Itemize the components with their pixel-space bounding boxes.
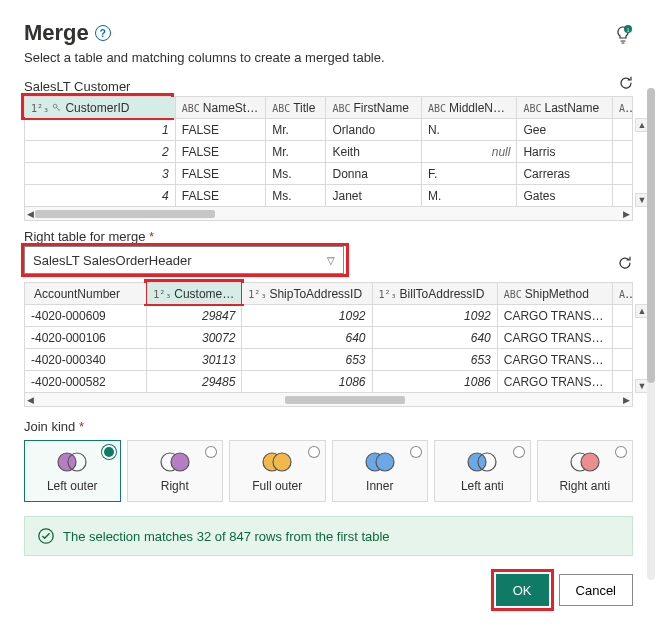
check-icon: [37, 527, 55, 545]
col-more2[interactable]: ABC: [612, 283, 632, 305]
join-label: Right anti: [559, 479, 610, 493]
col-accountnumber[interactable]: AccountNumber: [25, 283, 147, 305]
join-label: Left outer: [47, 479, 98, 493]
svg-point-11: [468, 453, 486, 471]
join-option-left-outer[interactable]: Left outer: [24, 440, 121, 502]
cancel-button[interactable]: Cancel: [559, 574, 633, 606]
help-icon[interactable]: ?: [95, 25, 111, 41]
join-label: Inner: [366, 479, 393, 493]
table1: 1²₃ CustomerID ABCNameStyle ABCTitle ABC…: [24, 96, 633, 207]
table2-container: AccountNumber 1²₃CustomerID 1²₃ShipToAdd…: [24, 282, 633, 407]
col-middlename[interactable]: ABCMiddleName: [421, 97, 516, 119]
col-billtoaddressid[interactable]: 1²₃BillToAddressID: [372, 283, 497, 305]
join-option-inner[interactable]: Inner: [332, 440, 429, 502]
venn-icon: [260, 451, 294, 473]
right-table-dropdown[interactable]: SalesLT SalesOrderHeader ▽: [24, 246, 344, 274]
col-customerid[interactable]: 1²₃ CustomerID: [25, 97, 176, 119]
table-row[interactable]: -4020-00010630072640640CARGO TRANSPO…: [25, 327, 633, 349]
join-option-right-anti[interactable]: Right anti: [537, 440, 634, 502]
status-text: The selection matches 32 of 847 rows fro…: [63, 529, 390, 544]
join-label: Left anti: [461, 479, 504, 493]
col-customerid2[interactable]: 1²₃CustomerID: [147, 283, 242, 305]
table1-container: 1²₃ CustomerID ABCNameStyle ABCTitle ABC…: [24, 96, 633, 221]
table1-name: SalesLT Customer: [24, 79, 633, 94]
table-row[interactable]: -4020-0006092984710921092CARGO TRANSPO…: [25, 305, 633, 327]
venn-icon: [55, 451, 89, 473]
hscrollbar[interactable]: ◀▶: [24, 207, 633, 221]
table-row[interactable]: -4020-0005822948510861086CARGO TRANSPO…: [25, 371, 633, 393]
col-shipmethod[interactable]: ABCShipMethod: [497, 283, 612, 305]
page-title: Merge: [24, 20, 89, 46]
col-title[interactable]: ABCTitle: [266, 97, 326, 119]
dropdown-value: SalesLT SalesOrderHeader: [33, 253, 192, 268]
refresh-icon[interactable]: [617, 74, 635, 92]
col-more[interactable]: ABC: [612, 97, 632, 119]
table-row[interactable]: 3FALSEMs.DonnaF.Carreras: [25, 163, 633, 185]
col-shiptoaddressid[interactable]: 1²₃ShipToAddressID: [242, 283, 372, 305]
status-bar: The selection matches 32 of 847 rows fro…: [24, 516, 633, 556]
join-option-right[interactable]: Right: [127, 440, 224, 502]
venn-icon: [465, 451, 499, 473]
svg-point-8: [273, 453, 291, 471]
table2: AccountNumber 1²₃CustomerID 1²₃ShipToAdd…: [24, 282, 633, 393]
table-row[interactable]: 4FALSEMs.JanetM.Gates: [25, 185, 633, 207]
col-firstname[interactable]: ABCFirstName: [326, 97, 421, 119]
join-label: Full outer: [252, 479, 302, 493]
join-option-full-outer[interactable]: Full outer: [229, 440, 326, 502]
dialog-scrollbar[interactable]: [647, 88, 655, 580]
chevron-down-icon: ▽: [327, 255, 335, 266]
svg-point-14: [581, 453, 599, 471]
hscrollbar[interactable]: ◀▶: [24, 393, 633, 407]
page-subtitle: Select a table and matching columns to c…: [24, 50, 633, 65]
svg-text:1: 1: [627, 27, 630, 33]
col-lastname[interactable]: ABCLastName: [517, 97, 612, 119]
svg-point-6: [171, 453, 189, 471]
venn-icon: [363, 451, 397, 473]
right-table-label: Right table for merge: [24, 229, 633, 244]
venn-icon: [158, 451, 192, 473]
table-row[interactable]: -4020-00034030113653653CARGO TRANSPO…: [25, 349, 633, 371]
refresh-icon[interactable]: [617, 255, 633, 274]
venn-icon: [568, 451, 602, 473]
join-option-left-anti[interactable]: Left anti: [434, 440, 531, 502]
join-kind-label: Join kind: [24, 419, 633, 434]
join-kind-options: Left outer Right Full outer Inner Left a…: [24, 440, 633, 502]
join-label: Right: [161, 479, 189, 493]
table-row[interactable]: 1FALSEMr.OrlandoN.Gee: [25, 119, 633, 141]
svg-point-3: [58, 453, 76, 471]
tips-icon[interactable]: 1: [613, 25, 633, 45]
ok-button[interactable]: OK: [496, 574, 549, 606]
table-row[interactable]: 2FALSEMr.KeithnullHarris: [25, 141, 633, 163]
col-namestyle[interactable]: ABCNameStyle: [175, 97, 265, 119]
